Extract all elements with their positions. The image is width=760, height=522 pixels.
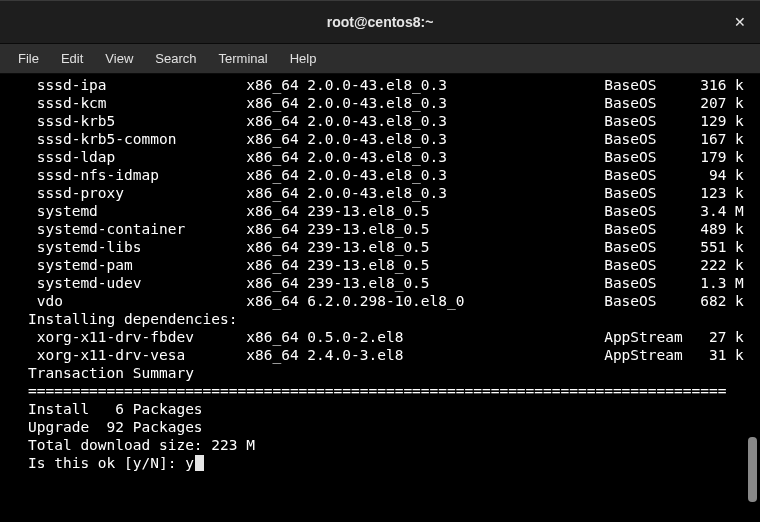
summary-total: Total download size: 223 M — [0, 436, 760, 454]
terminal-output[interactable]: sssd-ipa x86_64 2.0.0-43.el8_0.3 BaseOS … — [0, 74, 760, 522]
menu-help[interactable]: Help — [280, 47, 327, 70]
package-row: systemd x86_64 239-13.el8_0.5 BaseOS 3.4… — [28, 202, 760, 220]
summary-rule: ========================================… — [0, 382, 760, 400]
window-title: root@centos8:~ — [327, 14, 434, 30]
dep-row: xorg-x11-drv-fbdev x86_64 0.5.0-2.el8 Ap… — [28, 328, 760, 346]
scrollbar[interactable] — [748, 60, 757, 502]
confirm-prompt[interactable]: Is this ok [y/N]: y — [0, 454, 760, 472]
package-row: sssd-proxy x86_64 2.0.0-43.el8_0.3 BaseO… — [28, 184, 760, 202]
menu-edit[interactable]: Edit — [51, 47, 93, 70]
package-row: systemd-udev x86_64 239-13.el8_0.5 BaseO… — [28, 274, 760, 292]
menu-terminal[interactable]: Terminal — [209, 47, 278, 70]
package-row: systemd-container x86_64 239-13.el8_0.5 … — [28, 220, 760, 238]
close-icon[interactable]: ✕ — [730, 12, 750, 32]
menu-search[interactable]: Search — [145, 47, 206, 70]
summary-upgrade: Upgrade 92 Packages — [0, 418, 760, 436]
package-row: sssd-nfs-idmap x86_64 2.0.0-43.el8_0.3 B… — [28, 166, 760, 184]
menu-view[interactable]: View — [95, 47, 143, 70]
summary-install: Install 6 Packages — [0, 400, 760, 418]
scroll-thumb[interactable] — [748, 437, 757, 502]
package-row: sssd-kcm x86_64 2.0.0-43.el8_0.3 BaseOS … — [28, 94, 760, 112]
menu-file[interactable]: File — [8, 47, 49, 70]
package-row: systemd-libs x86_64 239-13.el8_0.5 BaseO… — [28, 238, 760, 256]
cursor — [195, 455, 204, 471]
summary-header: Transaction Summary — [0, 364, 760, 382]
titlebar: root@centos8:~ ✕ — [0, 0, 760, 44]
package-row: sssd-krb5-common x86_64 2.0.0-43.el8_0.3… — [28, 130, 760, 148]
dep-row: xorg-x11-drv-vesa x86_64 2.4.0-3.el8 App… — [28, 346, 760, 364]
package-row: vdo x86_64 6.2.0.298-10.el8_0 BaseOS 682… — [28, 292, 760, 310]
package-row: sssd-ldap x86_64 2.0.0-43.el8_0.3 BaseOS… — [28, 148, 760, 166]
package-row: sssd-ipa x86_64 2.0.0-43.el8_0.3 BaseOS … — [28, 76, 760, 94]
terminal-window: root@centos8:~ ✕ File Edit View Search T… — [0, 0, 760, 522]
deps-header: Installing dependencies: — [0, 310, 760, 328]
package-row: sssd-krb5 x86_64 2.0.0-43.el8_0.3 BaseOS… — [28, 112, 760, 130]
package-row: systemd-pam x86_64 239-13.el8_0.5 BaseOS… — [28, 256, 760, 274]
menubar: File Edit View Search Terminal Help — [0, 44, 760, 74]
